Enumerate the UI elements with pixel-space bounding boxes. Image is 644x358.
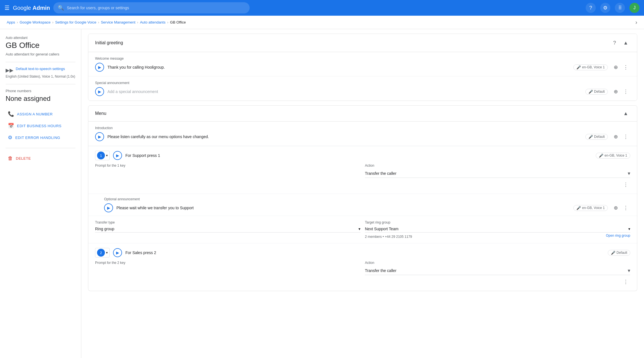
special-voice-badge: 🎤 Default	[585, 89, 608, 95]
key1-opt-content: ▶ Please wait while we transfer you to S…	[104, 203, 630, 212]
search-input[interactable]	[67, 6, 245, 10]
key1-opt-voice-badge: 🎤 en-GB, Voice 1	[573, 205, 608, 211]
divider-1	[6, 62, 75, 62]
key2-cols: Prompt for the 2 key Action Transfer the…	[95, 261, 630, 275]
initial-greeting-header: Initial greeting ? ▲	[88, 34, 637, 52]
key1-header: 1 ▾ ▶ For Support press 1 🎤 en-GB, Voice…	[95, 151, 630, 160]
target-ring-group-select[interactable]: Next Support Team ▾	[365, 226, 630, 233]
edit-error-handling-button[interactable]: ⚙ EDIT ERROR HANDLING	[6, 132, 75, 143]
special-play-button[interactable]: ▶	[95, 87, 104, 96]
transfer-type-label: Transfer type	[95, 220, 360, 224]
breadcrumb-apps[interactable]: Apps	[7, 20, 15, 24]
menu-icon[interactable]: ☰	[4, 4, 10, 11]
key1-prompt-col: Prompt for the 1 key	[95, 164, 360, 178]
special-add-icon[interactable]: ⊕	[611, 87, 620, 96]
key2-dropdown-arrow: ▾	[106, 251, 108, 255]
avatar[interactable]: J	[629, 3, 640, 13]
special-announcement-label: Special announcement	[95, 81, 630, 85]
special-voice-label: Default	[594, 90, 605, 94]
top-navigation: ☰ Google Admin 🔍 ? ⚙ ⠿ J	[0, 0, 644, 16]
delete-button[interactable]: 🗑 DELETE	[6, 153, 75, 164]
nav-right-actions: ? ⚙ ⠿ J	[586, 3, 640, 13]
auto-attendant-desc: Auto attendant for general callers	[6, 52, 75, 56]
key2-header: 2 ▾ ▶ For Sales press 2 🎤 Default	[95, 248, 630, 257]
breadcrumb-google-workspace[interactable]: Google Workspace	[20, 20, 50, 24]
key2-action-label: Action	[365, 261, 630, 265]
welcome-voice-label: en-GB, Voice 1	[582, 65, 605, 69]
edit-business-hours-button[interactable]: 📅 EDIT BUSINESS HOURS	[6, 120, 75, 132]
special-mic-icon: 🎤	[588, 90, 593, 94]
welcome-message-content: ▶ Thank you for calling Hooligroup. 🎤 en…	[95, 63, 630, 72]
key1-action-label: Action	[365, 164, 630, 168]
menu-body: Introduction ▶ Please listen carefully a…	[88, 122, 637, 291]
key2-action-col: Action Transfer the caller ▾	[365, 261, 630, 275]
search-bar[interactable]: 🔍	[53, 2, 250, 13]
key1-more-icon[interactable]: ⋮	[621, 180, 630, 189]
welcome-play-button[interactable]: ▶	[95, 63, 104, 72]
special-announcement-text[interactable]: Add a special announcement	[107, 89, 582, 94]
open-ring-group-link[interactable]: Open ring group	[606, 234, 630, 239]
menu-collapse-icon[interactable]: ▲	[621, 109, 630, 118]
intro-add-icon[interactable]: ⊕	[611, 132, 620, 141]
phone-numbers-label: Phone numbers	[6, 89, 75, 93]
intro-row: Introduction ▶ Please listen carefully a…	[88, 122, 637, 146]
assign-number-button[interactable]: 📞 ASSIGN A NUMBER	[6, 108, 75, 120]
key1-opt-play-button[interactable]: ▶	[104, 203, 113, 212]
tts-settings-link[interactable]: Default text-to-speech settings	[16, 67, 65, 71]
key2-prompt-text: For Sales press 2	[125, 250, 604, 255]
key1-mic-icon: 🎤	[599, 154, 603, 158]
intro-more-icon[interactable]: ⋮	[621, 132, 630, 141]
key2-action-select[interactable]: Transfer the caller ▾	[365, 266, 630, 275]
key2-play-button[interactable]: ▶	[113, 248, 122, 257]
key2-more-icon[interactable]: ⋮	[621, 277, 630, 286]
key1-action-col: Action Transfer the caller ▾	[365, 164, 630, 178]
content-area: Initial greeting ? ▲ Welcome message ▶ T…	[81, 29, 644, 358]
welcome-message-label: Welcome message	[95, 57, 630, 61]
menu-section: Menu ▲ Introduction ▶ Please listen care…	[88, 105, 637, 291]
initial-greeting-help-icon[interactable]: ?	[610, 38, 619, 47]
key2-voice-label: Default	[617, 251, 627, 255]
main-layout: Auto attendant GB Office Auto attendant …	[0, 29, 644, 358]
welcome-more-icon[interactable]: ⋮	[621, 63, 630, 72]
menu-section-title: Menu	[95, 111, 106, 116]
key1-cols: Prompt for the 1 key Action Transfer the…	[95, 164, 630, 178]
intro-voice-badge: 🎤 Default	[585, 134, 608, 140]
collapse-panel-icon[interactable]: ›	[635, 19, 637, 25]
divider-2	[6, 84, 75, 84]
key1-action-value: Transfer the caller	[365, 171, 396, 176]
trash-icon: 🗑	[8, 155, 13, 161]
key1-play-button[interactable]: ▶	[113, 151, 122, 160]
transfer-type-col: Transfer type Ring group ▾	[95, 220, 360, 239]
help-button[interactable]: ?	[586, 3, 596, 13]
transfer-type-arrow: ▾	[358, 227, 360, 231]
welcome-message-text: Thank you for calling Hooligroup.	[107, 65, 570, 69]
initial-greeting-collapse-icon[interactable]: ▲	[621, 38, 630, 47]
intro-message-actions: ⊕ ⋮	[611, 132, 630, 141]
key1-opt-actions: ⊕ ⋮	[611, 203, 630, 212]
phone-icon: 📞	[8, 111, 14, 117]
intro-play-button[interactable]: ▶	[95, 132, 104, 141]
breadcrumb-settings-voice[interactable]: Settings for Google Voice	[55, 20, 96, 24]
key2-mic-icon: 🎤	[611, 251, 615, 255]
key2-prompt-col: Prompt for the 2 key	[95, 261, 360, 275]
special-announcement-row: Special announcement ▶ Add a special ann…	[88, 76, 637, 101]
target-ring-group-label: Target ring group	[365, 220, 630, 224]
key1-opt-add-icon[interactable]: ⊕	[611, 203, 620, 212]
breadcrumb-service-management[interactable]: Service Management	[101, 20, 135, 24]
transfer-type-select[interactable]: Ring group ▾	[95, 226, 360, 233]
intro-text: Please listen carefully as our menu opti…	[107, 134, 582, 139]
support-button[interactable]: ⚙	[600, 3, 610, 13]
breadcrumb-auto-attendants[interactable]: Auto attendants	[140, 20, 165, 24]
key1-action-select[interactable]: Transfer the caller ▾	[365, 169, 630, 178]
key1-opt-more-icon[interactable]: ⋮	[621, 203, 630, 212]
key2-prompt-label: Prompt for the 2 key	[95, 261, 360, 265]
search-icon: 🔍	[58, 5, 64, 11]
welcome-add-icon[interactable]: ⊕	[611, 63, 620, 72]
key1-dropdown[interactable]: 1 ▾	[95, 151, 110, 160]
tts-icon: ▶▶	[6, 67, 13, 73]
welcome-voice-badge: 🎤 en-GB, Voice 1	[573, 64, 608, 70]
apps-grid-button[interactable]: ⠿	[615, 3, 625, 13]
key2-dropdown[interactable]: 2 ▾	[95, 248, 110, 257]
key1-opt-label: Optional announcement	[104, 197, 630, 201]
special-more-icon[interactable]: ⋮	[621, 87, 630, 96]
